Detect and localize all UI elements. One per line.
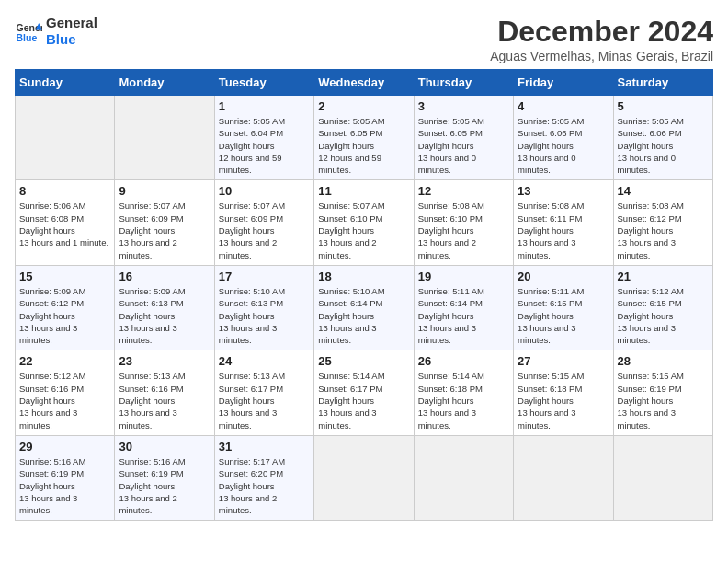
day-number: 14 bbox=[618, 184, 709, 198]
day-info: Sunrise: 5:12 AM Sunset: 6:16 PM Dayligh… bbox=[19, 370, 110, 431]
day-number: 23 bbox=[119, 354, 210, 368]
day-cell-27: 27 Sunrise: 5:15 AM Sunset: 6:18 PM Dayl… bbox=[514, 350, 613, 435]
day-info: Sunrise: 5:06 AM Sunset: 6:08 PM Dayligh… bbox=[19, 200, 110, 248]
column-header-friday: Friday bbox=[514, 70, 613, 96]
day-info: Sunrise: 5:11 AM Sunset: 6:15 PM Dayligh… bbox=[518, 285, 609, 346]
day-number: 2 bbox=[318, 99, 409, 113]
day-number: 9 bbox=[119, 184, 210, 198]
logo-line2: Blue bbox=[46, 31, 97, 48]
day-cell-5: 5 Sunrise: 5:05 AM Sunset: 6:06 PM Dayli… bbox=[613, 96, 712, 180]
empty-cell bbox=[414, 435, 513, 520]
day-number: 17 bbox=[219, 270, 310, 283]
week-row-3: 15 Sunrise: 5:09 AM Sunset: 6:12 PM Dayl… bbox=[16, 265, 713, 350]
column-header-sunday: Sunday bbox=[16, 70, 115, 96]
svg-text:Blue: Blue bbox=[17, 32, 38, 43]
day-info: Sunrise: 5:09 AM Sunset: 6:13 PM Dayligh… bbox=[119, 285, 210, 346]
day-number: 19 bbox=[418, 270, 509, 283]
empty-cell bbox=[613, 435, 712, 520]
day-number: 26 bbox=[418, 354, 509, 368]
day-number: 11 bbox=[318, 184, 409, 198]
day-info: Sunrise: 5:15 AM Sunset: 6:19 PM Dayligh… bbox=[618, 370, 709, 431]
day-info: Sunrise: 5:08 AM Sunset: 6:11 PM Dayligh… bbox=[518, 200, 609, 260]
empty-cell bbox=[514, 435, 613, 520]
day-number: 31 bbox=[219, 440, 310, 454]
day-info: Sunrise: 5:17 AM Sunset: 6:20 PM Dayligh… bbox=[219, 455, 310, 516]
day-info: Sunrise: 5:16 AM Sunset: 6:19 PM Dayligh… bbox=[19, 455, 110, 516]
day-cell-28: 28 Sunrise: 5:15 AM Sunset: 6:19 PM Dayl… bbox=[613, 350, 712, 435]
day-info: Sunrise: 5:05 AM Sunset: 6:05 PM Dayligh… bbox=[418, 115, 509, 176]
week-row-2: 8 Sunrise: 5:06 AM Sunset: 6:08 PM Dayli… bbox=[16, 180, 713, 265]
day-number: 4 bbox=[518, 99, 609, 113]
day-cell-19: 19 Sunrise: 5:11 AM Sunset: 6:14 PM Dayl… bbox=[414, 265, 513, 350]
column-header-monday: Monday bbox=[115, 70, 214, 96]
day-info: Sunrise: 5:08 AM Sunset: 6:12 PM Dayligh… bbox=[618, 200, 709, 260]
day-number: 21 bbox=[618, 270, 709, 283]
day-info: Sunrise: 5:05 AM Sunset: 6:06 PM Dayligh… bbox=[518, 115, 609, 176]
day-number: 24 bbox=[219, 354, 310, 368]
day-info: Sunrise: 5:13 AM Sunset: 6:16 PM Dayligh… bbox=[119, 370, 210, 431]
month-title: December 2024 bbox=[490, 15, 713, 49]
logo-line1: General bbox=[46, 15, 97, 31]
day-cell-24: 24 Sunrise: 5:13 AM Sunset: 6:17 PM Dayl… bbox=[214, 350, 313, 435]
day-cell-29: 29 Sunrise: 5:16 AM Sunset: 6:19 PM Dayl… bbox=[16, 435, 115, 520]
day-info: Sunrise: 5:07 AM Sunset: 6:09 PM Dayligh… bbox=[219, 200, 310, 260]
day-cell-9: 9 Sunrise: 5:07 AM Sunset: 6:09 PM Dayli… bbox=[115, 180, 214, 265]
day-cell-10: 10 Sunrise: 5:07 AM Sunset: 6:09 PM Dayl… bbox=[214, 180, 313, 265]
title-area: December 2024 Aguas Vermelhas, Minas Ger… bbox=[490, 15, 713, 63]
day-cell-12: 12 Sunrise: 5:08 AM Sunset: 6:10 PM Dayl… bbox=[414, 180, 513, 265]
day-number: 16 bbox=[119, 270, 210, 283]
day-cell-18: 18 Sunrise: 5:10 AM Sunset: 6:14 PM Dayl… bbox=[314, 265, 414, 350]
empty-cell bbox=[115, 96, 214, 180]
day-info: Sunrise: 5:08 AM Sunset: 6:10 PM Dayligh… bbox=[418, 200, 509, 260]
week-row-1: 1 Sunrise: 5:05 AM Sunset: 6:04 PM Dayli… bbox=[16, 96, 713, 180]
day-number: 13 bbox=[518, 184, 609, 198]
day-info: Sunrise: 5:07 AM Sunset: 6:10 PM Dayligh… bbox=[318, 200, 409, 260]
day-cell-25: 25 Sunrise: 5:14 AM Sunset: 6:17 PM Dayl… bbox=[314, 350, 414, 435]
day-info: Sunrise: 5:14 AM Sunset: 6:17 PM Dayligh… bbox=[318, 370, 409, 431]
day-info: Sunrise: 5:10 AM Sunset: 6:13 PM Dayligh… bbox=[219, 285, 310, 346]
day-cell-4: 4 Sunrise: 5:05 AM Sunset: 6:06 PM Dayli… bbox=[514, 96, 613, 180]
day-number: 28 bbox=[618, 354, 709, 368]
column-header-thursday: Thursday bbox=[414, 70, 513, 96]
day-cell-22: 22 Sunrise: 5:12 AM Sunset: 6:16 PM Dayl… bbox=[16, 350, 115, 435]
day-number: 27 bbox=[518, 354, 609, 368]
day-cell-20: 20 Sunrise: 5:11 AM Sunset: 6:15 PM Dayl… bbox=[514, 265, 613, 350]
calendar-table: SundayMondayTuesdayWednesdayThursdayFrid… bbox=[15, 69, 713, 521]
day-cell-15: 15 Sunrise: 5:09 AM Sunset: 6:12 PM Dayl… bbox=[16, 265, 115, 350]
location-title: Aguas Vermelhas, Minas Gerais, Brazil bbox=[490, 49, 713, 63]
week-row-5: 29 Sunrise: 5:16 AM Sunset: 6:19 PM Dayl… bbox=[16, 435, 713, 520]
calendar-header-row: SundayMondayTuesdayWednesdayThursdayFrid… bbox=[16, 70, 713, 96]
empty-cell bbox=[16, 96, 115, 180]
calendar-body: 1 Sunrise: 5:05 AM Sunset: 6:04 PM Dayli… bbox=[16, 96, 713, 521]
day-info: Sunrise: 5:13 AM Sunset: 6:17 PM Dayligh… bbox=[219, 370, 310, 431]
column-header-saturday: Saturday bbox=[613, 70, 712, 96]
day-cell-3: 3 Sunrise: 5:05 AM Sunset: 6:05 PM Dayli… bbox=[414, 96, 513, 180]
column-header-wednesday: Wednesday bbox=[314, 70, 414, 96]
day-info: Sunrise: 5:07 AM Sunset: 6:09 PM Dayligh… bbox=[119, 200, 210, 260]
day-info: Sunrise: 5:12 AM Sunset: 6:15 PM Dayligh… bbox=[618, 285, 709, 346]
day-cell-31: 31 Sunrise: 5:17 AM Sunset: 6:20 PM Dayl… bbox=[214, 435, 313, 520]
day-number: 29 bbox=[19, 440, 110, 454]
day-cell-23: 23 Sunrise: 5:13 AM Sunset: 6:16 PM Dayl… bbox=[115, 350, 214, 435]
day-info: Sunrise: 5:05 AM Sunset: 6:06 PM Dayligh… bbox=[618, 115, 709, 176]
column-header-tuesday: Tuesday bbox=[214, 70, 313, 96]
header: General Blue General Blue December 2024 … bbox=[15, 15, 713, 63]
logo-icon: General Blue bbox=[15, 17, 42, 45]
day-info: Sunrise: 5:05 AM Sunset: 6:04 PM Dayligh… bbox=[219, 115, 310, 176]
day-number: 3 bbox=[418, 99, 509, 113]
day-info: Sunrise: 5:09 AM Sunset: 6:12 PM Dayligh… bbox=[19, 285, 110, 346]
day-cell-2: 2 Sunrise: 5:05 AM Sunset: 6:05 PM Dayli… bbox=[314, 96, 414, 180]
day-info: Sunrise: 5:15 AM Sunset: 6:18 PM Dayligh… bbox=[518, 370, 609, 431]
day-number: 10 bbox=[219, 184, 310, 198]
day-info: Sunrise: 5:10 AM Sunset: 6:14 PM Dayligh… bbox=[318, 285, 409, 346]
day-number: 12 bbox=[418, 184, 509, 198]
logo-text-block: General Blue bbox=[46, 15, 97, 48]
day-cell-8: 8 Sunrise: 5:06 AM Sunset: 6:08 PM Dayli… bbox=[16, 180, 115, 265]
day-cell-16: 16 Sunrise: 5:09 AM Sunset: 6:13 PM Dayl… bbox=[115, 265, 214, 350]
day-info: Sunrise: 5:16 AM Sunset: 6:19 PM Dayligh… bbox=[119, 455, 210, 516]
day-cell-26: 26 Sunrise: 5:14 AM Sunset: 6:18 PM Dayl… bbox=[414, 350, 513, 435]
empty-cell bbox=[314, 435, 414, 520]
day-info: Sunrise: 5:11 AM Sunset: 6:14 PM Dayligh… bbox=[418, 285, 509, 346]
logo: General Blue General Blue bbox=[15, 15, 97, 48]
day-cell-21: 21 Sunrise: 5:12 AM Sunset: 6:15 PM Dayl… bbox=[613, 265, 712, 350]
